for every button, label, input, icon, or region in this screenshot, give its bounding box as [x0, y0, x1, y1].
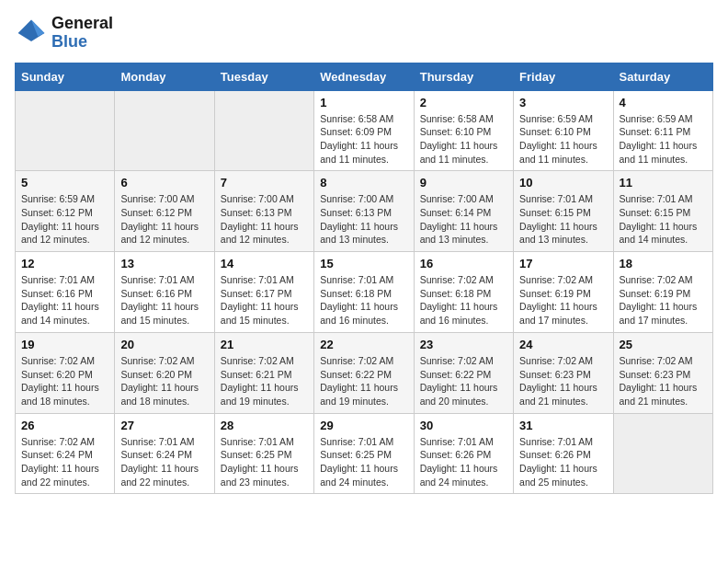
day-number: 16	[420, 257, 507, 270]
calendar-week-5: 26Sunrise: 7:02 AM Sunset: 6:24 PM Dayli…	[16, 413, 713, 494]
day-info: Sunrise: 7:01 AM Sunset: 6:15 PM Dayligh…	[519, 192, 607, 247]
day-info: Sunrise: 7:01 AM Sunset: 6:24 PM Dayligh…	[120, 435, 208, 489]
calendar-table: SundayMondayTuesdayWednesdayThursdayFrid…	[15, 63, 713, 495]
logo-icon	[15, 17, 48, 50]
calendar-cell	[16, 90, 115, 171]
calendar-cell: 24Sunrise: 7:02 AM Sunset: 6:23 PM Dayli…	[514, 332, 613, 413]
calendar-cell: 23Sunrise: 7:02 AM Sunset: 6:22 PM Dayli…	[414, 332, 513, 413]
column-header-monday: Monday	[115, 63, 214, 90]
column-header-thursday: Thursday	[414, 63, 513, 90]
calendar-cell: 31Sunrise: 7:01 AM Sunset: 6:26 PM Dayli…	[514, 413, 613, 494]
day-info: Sunrise: 7:02 AM Sunset: 6:21 PM Dayligh…	[221, 354, 308, 408]
day-number: 2	[420, 96, 507, 109]
day-info: Sunrise: 7:02 AM Sunset: 6:18 PM Dayligh…	[420, 273, 507, 327]
calendar-cell: 15Sunrise: 7:01 AM Sunset: 6:18 PM Dayli…	[314, 252, 414, 333]
day-number: 19	[21, 338, 108, 351]
day-info: Sunrise: 7:02 AM Sunset: 6:22 PM Dayligh…	[320, 354, 407, 408]
calendar-cell: 6Sunrise: 7:00 AM Sunset: 6:12 PM Daylig…	[115, 171, 214, 252]
calendar-cell: 14Sunrise: 7:01 AM Sunset: 6:17 PM Dayli…	[214, 252, 313, 333]
day-number: 5	[21, 176, 108, 190]
calendar-header-row: SundayMondayTuesdayWednesdayThursdayFrid…	[16, 63, 713, 90]
day-info: Sunrise: 7:02 AM Sunset: 6:24 PM Dayligh…	[21, 435, 108, 489]
day-number: 29	[320, 419, 407, 432]
day-number: 1	[320, 96, 407, 109]
day-info: Sunrise: 7:02 AM Sunset: 6:22 PM Dayligh…	[420, 354, 507, 408]
calendar-cell: 3Sunrise: 6:59 AM Sunset: 6:10 PM Daylig…	[514, 90, 613, 171]
day-number: 15	[320, 257, 407, 270]
day-info: Sunrise: 7:01 AM Sunset: 6:16 PM Dayligh…	[120, 273, 208, 327]
day-number: 26	[21, 419, 108, 432]
calendar-cell: 17Sunrise: 7:02 AM Sunset: 6:19 PM Dayli…	[514, 252, 613, 333]
day-info: Sunrise: 6:59 AM Sunset: 6:11 PM Dayligh…	[620, 112, 707, 167]
calendar-cell	[115, 90, 214, 171]
day-number: 4	[620, 96, 707, 109]
day-info: Sunrise: 7:01 AM Sunset: 6:15 PM Dayligh…	[620, 192, 707, 247]
day-info: Sunrise: 7:01 AM Sunset: 6:26 PM Dayligh…	[420, 435, 507, 489]
calendar-cell: 22Sunrise: 7:02 AM Sunset: 6:22 PM Dayli…	[314, 332, 414, 413]
day-number: 27	[120, 419, 208, 432]
calendar-cell: 12Sunrise: 7:01 AM Sunset: 6:16 PM Dayli…	[16, 252, 115, 333]
day-info: Sunrise: 7:02 AM Sunset: 6:20 PM Dayligh…	[120, 354, 208, 408]
day-info: Sunrise: 7:00 AM Sunset: 6:13 PM Dayligh…	[320, 192, 407, 247]
day-info: Sunrise: 7:02 AM Sunset: 6:19 PM Dayligh…	[519, 273, 607, 327]
page-header: General Blue	[15, 15, 713, 52]
day-number: 14	[221, 257, 308, 270]
calendar-week-3: 12Sunrise: 7:01 AM Sunset: 6:16 PM Dayli…	[16, 252, 713, 333]
day-info: Sunrise: 6:58 AM Sunset: 6:09 PM Dayligh…	[320, 112, 407, 167]
day-number: 3	[519, 96, 607, 109]
column-header-sunday: Sunday	[16, 63, 115, 90]
day-number: 8	[320, 176, 407, 190]
day-info: Sunrise: 7:00 AM Sunset: 6:12 PM Dayligh…	[120, 192, 208, 247]
day-number: 23	[420, 338, 507, 351]
day-number: 17	[519, 257, 607, 270]
day-info: Sunrise: 7:01 AM Sunset: 6:25 PM Dayligh…	[320, 435, 407, 489]
day-info: Sunrise: 7:01 AM Sunset: 6:26 PM Dayligh…	[519, 435, 607, 489]
calendar-cell: 28Sunrise: 7:01 AM Sunset: 6:25 PM Dayli…	[214, 413, 313, 494]
column-header-wednesday: Wednesday	[314, 63, 414, 90]
day-info: Sunrise: 6:59 AM Sunset: 6:10 PM Dayligh…	[519, 112, 607, 167]
calendar-cell: 27Sunrise: 7:01 AM Sunset: 6:24 PM Dayli…	[115, 413, 214, 494]
day-info: Sunrise: 7:00 AM Sunset: 6:13 PM Dayligh…	[221, 192, 308, 247]
day-info: Sunrise: 7:01 AM Sunset: 6:17 PM Dayligh…	[221, 273, 308, 327]
day-number: 30	[420, 419, 507, 432]
calendar-cell: 16Sunrise: 7:02 AM Sunset: 6:18 PM Dayli…	[414, 252, 513, 333]
calendar-cell: 7Sunrise: 7:00 AM Sunset: 6:13 PM Daylig…	[214, 171, 313, 252]
day-info: Sunrise: 7:02 AM Sunset: 6:19 PM Dayligh…	[620, 273, 707, 327]
day-info: Sunrise: 7:02 AM Sunset: 6:23 PM Dayligh…	[519, 354, 607, 408]
calendar-cell: 11Sunrise: 7:01 AM Sunset: 6:15 PM Dayli…	[613, 171, 712, 252]
column-header-saturday: Saturday	[613, 63, 712, 90]
day-info: Sunrise: 7:01 AM Sunset: 6:25 PM Dayligh…	[221, 435, 308, 489]
column-header-friday: Friday	[514, 63, 613, 90]
logo-text: General Blue	[51, 15, 113, 52]
day-number: 18	[620, 257, 707, 270]
day-number: 7	[221, 176, 308, 190]
calendar-cell: 21Sunrise: 7:02 AM Sunset: 6:21 PM Dayli…	[214, 332, 313, 413]
logo: General Blue	[15, 15, 113, 52]
calendar-cell: 19Sunrise: 7:02 AM Sunset: 6:20 PM Dayli…	[16, 332, 115, 413]
calendar-cell: 20Sunrise: 7:02 AM Sunset: 6:20 PM Dayli…	[115, 332, 214, 413]
calendar-cell: 18Sunrise: 7:02 AM Sunset: 6:19 PM Dayli…	[613, 252, 712, 333]
day-number: 28	[221, 419, 308, 432]
calendar-cell: 5Sunrise: 6:59 AM Sunset: 6:12 PM Daylig…	[16, 171, 115, 252]
day-number: 21	[221, 338, 308, 351]
day-number: 11	[620, 176, 707, 190]
day-number: 13	[120, 257, 208, 270]
day-number: 25	[620, 338, 707, 351]
calendar-cell: 9Sunrise: 7:00 AM Sunset: 6:14 PM Daylig…	[414, 171, 513, 252]
day-number: 22	[320, 338, 407, 351]
day-info: Sunrise: 7:02 AM Sunset: 6:20 PM Dayligh…	[21, 354, 108, 408]
calendar-cell: 2Sunrise: 6:58 AM Sunset: 6:10 PM Daylig…	[414, 90, 513, 171]
calendar-cell: 13Sunrise: 7:01 AM Sunset: 6:16 PM Dayli…	[115, 252, 214, 333]
calendar-cell	[214, 90, 313, 171]
calendar-cell: 10Sunrise: 7:01 AM Sunset: 6:15 PM Dayli…	[514, 171, 613, 252]
calendar-cell: 30Sunrise: 7:01 AM Sunset: 6:26 PM Dayli…	[414, 413, 513, 494]
day-number: 24	[519, 338, 607, 351]
day-info: Sunrise: 7:01 AM Sunset: 6:16 PM Dayligh…	[21, 273, 108, 327]
day-info: Sunrise: 6:59 AM Sunset: 6:12 PM Dayligh…	[21, 192, 108, 247]
day-info: Sunrise: 6:58 AM Sunset: 6:10 PM Dayligh…	[420, 112, 507, 167]
calendar-week-4: 19Sunrise: 7:02 AM Sunset: 6:20 PM Dayli…	[16, 332, 713, 413]
calendar-week-1: 1Sunrise: 6:58 AM Sunset: 6:09 PM Daylig…	[16, 90, 713, 171]
calendar-cell: 25Sunrise: 7:02 AM Sunset: 6:23 PM Dayli…	[613, 332, 712, 413]
day-number: 12	[21, 257, 108, 270]
day-number: 20	[120, 338, 208, 351]
